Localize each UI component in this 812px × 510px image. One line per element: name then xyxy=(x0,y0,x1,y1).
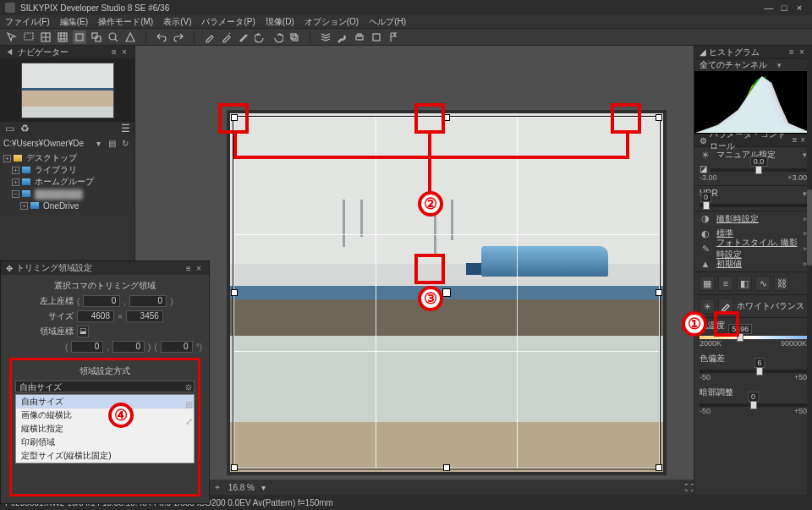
opt-free-size[interactable]: 自由サイズ xyxy=(16,395,194,409)
pen-icon[interactable] xyxy=(237,30,250,44)
menu-file[interactable]: ファイル(F) xyxy=(5,16,50,28)
histogram-channel[interactable]: 全てのチャンネル xyxy=(700,59,767,71)
nav-menu-icon[interactable]: ☰ xyxy=(119,123,131,134)
dark-adj-slider[interactable]: 0 -50+50 xyxy=(694,400,812,419)
tree-library[interactable]: ライブラリ xyxy=(35,164,77,176)
shoot-settings-link[interactable]: 撮影時設定 xyxy=(716,213,798,225)
undo-icon[interactable] xyxy=(155,30,168,44)
panel-close-icon[interactable]: × xyxy=(119,47,129,58)
opt-aspect-spec[interactable]: 縦横比指定 xyxy=(16,422,194,436)
trim-h-input[interactable]: 3456 xyxy=(126,310,163,322)
tool-link-icon[interactable]: ⛓ xyxy=(774,276,789,291)
folder-refresh-icon[interactable]: ↻ xyxy=(119,139,131,148)
tree-homegroup[interactable]: ホームグループ xyxy=(35,176,94,188)
opt-print-area[interactable]: 印刷領域 xyxy=(16,436,194,449)
svg-rect-3 xyxy=(76,34,83,41)
fullscreen-icon[interactable]: ⛶ xyxy=(685,483,694,492)
rotate-right-icon[interactable] xyxy=(271,30,284,44)
print-icon[interactable] xyxy=(353,30,366,44)
adjust-tool-grid: ▦ ≡ ◧ ∿ ⛓ xyxy=(694,271,812,294)
menu-mode[interactable]: 操作モード(M) xyxy=(98,16,153,28)
opt-image-aspect[interactable]: 画像の縦横比 xyxy=(16,409,194,422)
histogram-header[interactable]: ◢ ヒストグラム ≡× xyxy=(694,46,812,59)
svg-rect-7 xyxy=(291,34,296,39)
menu-param[interactable]: パラメータ(P) xyxy=(201,16,255,28)
nav-tool1-icon[interactable]: ▭ xyxy=(3,123,15,134)
menu-help[interactable]: ヘルプ(H) xyxy=(369,16,406,28)
folder-open-icon[interactable]: ▤ xyxy=(106,139,118,148)
eyedropper-icon[interactable] xyxy=(203,30,217,44)
navigator-header[interactable]: ナビゲーター ≡ × xyxy=(0,46,134,59)
image-canvas[interactable] xyxy=(135,46,694,495)
tool-warn-icon[interactable] xyxy=(123,30,137,44)
navigator-thumb[interactable] xyxy=(0,59,134,122)
hdr-slider[interactable]: 0 xyxy=(694,200,812,211)
tool-levels-icon[interactable]: ◧ xyxy=(737,276,752,291)
copy-icon[interactable] xyxy=(288,30,301,44)
tint-slider[interactable]: 6 -50+50 xyxy=(694,366,812,385)
tool-square-icon[interactable] xyxy=(73,30,86,44)
tool-two-square-icon[interactable] xyxy=(90,30,103,44)
trim-r3-input[interactable]: 0 xyxy=(161,341,193,353)
rotate-left-icon[interactable] xyxy=(254,30,267,44)
trimming-panel[interactable]: ✥ トリミング領域設定 ≡ × 選択コマのトリミング領域 左上座標 (0 , 0… xyxy=(0,260,210,504)
folder-tree[interactable]: +デスクトップ +ライブラリ +ホームグループ −████████ +OneDr… xyxy=(0,151,134,211)
region-method-dropdown[interactable]: 自由サイズ 画像の縦横比 縦横比指定 印刷領域 定型サイズ(縦横比固定) xyxy=(15,394,195,463)
wrench-icon[interactable] xyxy=(336,30,349,44)
expand-icon[interactable]: ⤢ xyxy=(183,416,195,428)
trim-r2-input[interactable]: 0 xyxy=(112,341,145,353)
trim-w-input[interactable]: 4608 xyxy=(77,310,114,322)
tool-level-icon[interactable]: ≡ xyxy=(718,276,733,291)
color-temp-slider[interactable]: 5496 2000K90000K xyxy=(694,332,812,351)
trim-tl-x-input[interactable]: 0 xyxy=(83,295,120,307)
trim-tl-y-input[interactable]: 0 xyxy=(129,295,167,307)
left-panels: ナビゲーター ≡ × ▭ ♻ ☰ C:¥Users¥Owner¥De ▾ ▤ ↻… xyxy=(0,46,135,495)
tool-magnify-icon[interactable] xyxy=(107,30,120,44)
wb-picker-icon[interactable] xyxy=(718,299,733,314)
panel-menu-icon[interactable]: ≡ xyxy=(109,47,119,58)
redo-icon[interactable] xyxy=(172,30,185,44)
menu-view[interactable]: 表示(V) xyxy=(163,16,191,28)
tool-grid2-icon[interactable] xyxy=(56,30,69,44)
region-method-combo[interactable]: 自由サイズ xyxy=(15,381,195,392)
tool-curve-icon[interactable]: ∿ xyxy=(755,276,771,291)
folder-dropdown-icon[interactable]: ▾ xyxy=(92,139,104,148)
tree-desktop[interactable]: デスクトップ xyxy=(26,152,77,164)
window-maximize-button[interactable]: □ xyxy=(776,2,792,14)
tree-user-blurred[interactable]: ████████ xyxy=(35,189,83,199)
sliders-icon: ⚙ xyxy=(700,136,707,145)
init-link[interactable]: 初期値 xyxy=(716,258,798,270)
trim-region-toggle[interactable]: ⬓ xyxy=(77,326,89,337)
svg-rect-8 xyxy=(293,36,298,41)
window-close-button[interactable]: × xyxy=(792,2,807,14)
layer-icon[interactable] xyxy=(370,30,383,44)
menu-option[interactable]: オプション(O) xyxy=(304,16,359,28)
right-scrollbar[interactable] xyxy=(807,46,812,495)
stack-icon[interactable] xyxy=(319,30,332,44)
eyedropper2-icon[interactable] xyxy=(220,30,233,44)
tool-crop-icon[interactable]: ▦ xyxy=(700,276,715,291)
nav-tool2-icon[interactable]: ♻ xyxy=(19,123,30,134)
tool-grid-icon[interactable] xyxy=(39,30,52,44)
panel-close-icon[interactable]: × xyxy=(194,264,204,273)
zoom-dropdown-icon[interactable]: ▾ xyxy=(261,483,266,492)
tool-arrow-icon[interactable] xyxy=(5,30,19,44)
window-minimize-button[interactable]: — xyxy=(761,2,776,14)
exposure-slider[interactable]: ◪ 0.0 -3.00+3.00 xyxy=(694,162,812,185)
person-icon[interactable]: ⛭ xyxy=(183,382,195,394)
menu-edit[interactable]: 編集(E) xyxy=(60,16,88,28)
wb-mode-icon[interactable]: ☀ xyxy=(700,299,715,314)
main-image[interactable] xyxy=(230,113,663,472)
trim-r1-input[interactable]: 0 xyxy=(71,341,103,353)
menu-develop[interactable]: 現像(D) xyxy=(266,16,294,28)
panel-menu-icon[interactable]: ≡ xyxy=(184,264,194,273)
center-icon[interactable]: ⊞ xyxy=(183,399,195,411)
trim-size-label: サイズ xyxy=(8,310,74,322)
opt-fixed-size[interactable]: 定型サイズ(縦横比固定) xyxy=(16,449,194,463)
param-control-header[interactable]: ⚙ パラメータ・コントロール ≡× xyxy=(694,134,812,147)
zoom-in-icon[interactable]: ＋ xyxy=(213,481,222,493)
flag-icon[interactable] xyxy=(387,30,400,44)
tree-onedrive[interactable]: OneDrive xyxy=(43,201,79,211)
pin-icon xyxy=(5,47,14,57)
tool-rect-sel-icon[interactable] xyxy=(22,30,36,44)
